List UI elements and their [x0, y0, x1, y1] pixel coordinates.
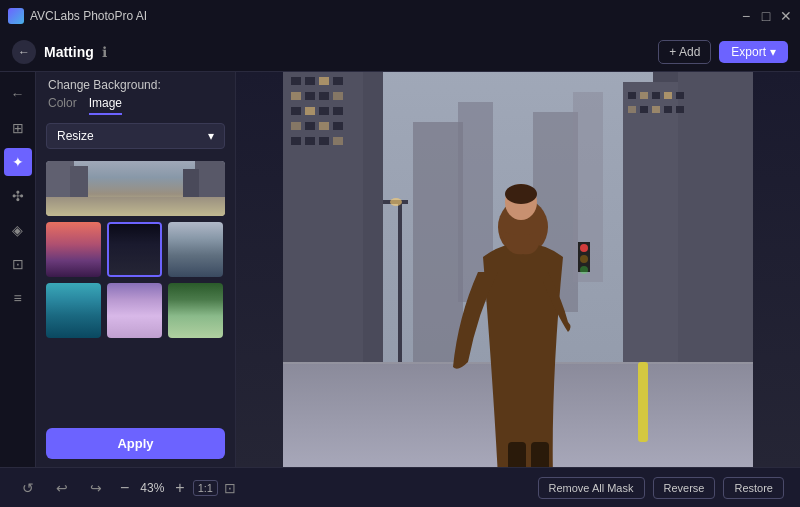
zoom-1to1-button[interactable]: 1:1: [193, 480, 218, 496]
main-content: ← ⊞ ✦ ✣ ◈ ⊡ ≡ Change Background: Color I…: [0, 72, 800, 467]
fit-to-screen-button[interactable]: ⊡: [224, 480, 236, 496]
thumbnail-purple-haze[interactable]: [107, 283, 162, 338]
thumbnail-city-street[interactable]: [46, 161, 225, 216]
thumbnail-grid: [36, 157, 235, 420]
header-bar: ← Matting ℹ + Add Export ▾: [0, 32, 800, 72]
zoom-in-button[interactable]: +: [173, 480, 186, 496]
title-bar: AVCLabs PhotoPro AI − □ ✕: [0, 0, 800, 32]
change-background-label: Change Background:: [36, 72, 235, 96]
icon-sidebar: ← ⊞ ✦ ✣ ◈ ⊡ ≡: [0, 72, 36, 467]
history-icon[interactable]: ↺: [16, 476, 40, 500]
sidebar-sliders-icon[interactable]: ≡: [4, 284, 32, 312]
maximize-button[interactable]: □: [760, 10, 772, 22]
app-icon: [8, 8, 24, 24]
sidebar-brush-icon[interactable]: ✦: [4, 148, 32, 176]
back-button[interactable]: ←: [12, 40, 36, 64]
bottom-toolbar: ↺ ↩ ↪ − 43% + 1:1 ⊡ Remove All Mask Reve…: [0, 467, 800, 507]
zoom-out-button[interactable]: −: [118, 480, 131, 496]
sidebar-eraser-icon[interactable]: ◈: [4, 216, 32, 244]
thumbnail-ocean-teal[interactable]: [46, 283, 101, 338]
info-icon[interactable]: ℹ: [102, 44, 107, 60]
undo-button[interactable]: ↩: [50, 476, 74, 500]
export-button[interactable]: Export ▾: [719, 41, 788, 63]
tab-row: Color Image: [36, 96, 235, 115]
thumbnail-row-2: [46, 222, 225, 277]
zoom-level-display: 43%: [137, 481, 167, 495]
sidebar-back-icon[interactable]: ←: [4, 80, 32, 108]
dropdown-row: Resize ▾: [36, 123, 235, 149]
main-image: [283, 72, 753, 467]
page-title: Matting: [44, 44, 94, 60]
thumbnail-dark-sky[interactable]: [107, 222, 162, 277]
sidebar-layers-icon[interactable]: ⊞: [4, 114, 32, 142]
toolbar-right: Remove All Mask Reverse Restore: [538, 477, 784, 499]
app-title: AVCLabs PhotoPro AI: [30, 9, 147, 23]
redo-button[interactable]: ↪: [84, 476, 108, 500]
resize-dropdown[interactable]: Resize ▾: [46, 123, 225, 149]
reverse-button[interactable]: Reverse: [653, 477, 716, 499]
zoom-controls: − 43% + 1:1 ⊡: [118, 480, 236, 496]
add-button[interactable]: + Add: [658, 40, 711, 64]
left-panel: Change Background: Color Image Resize ▾: [36, 72, 236, 467]
tab-image[interactable]: Image: [89, 96, 122, 115]
thumbnail-green-bokeh[interactable]: [168, 283, 223, 338]
thumbnail-snowy-mountain[interactable]: [168, 222, 223, 277]
tab-color[interactable]: Color: [48, 96, 77, 115]
apply-button[interactable]: Apply: [46, 428, 225, 459]
close-button[interactable]: ✕: [780, 10, 792, 22]
thumbnail-row-1: [46, 161, 225, 216]
main-image-container: [283, 72, 753, 467]
sidebar-wand-icon[interactable]: ✣: [4, 182, 32, 210]
thumbnail-row-3: [46, 283, 225, 338]
restore-button[interactable]: Restore: [723, 477, 784, 499]
toolbar-left: ↺ ↩ ↪ − 43% + 1:1 ⊡: [16, 476, 236, 500]
thumbnail-sunset-mountain[interactable]: [46, 222, 101, 277]
canvas-area[interactable]: [236, 72, 800, 467]
remove-all-mask-button[interactable]: Remove All Mask: [538, 477, 645, 499]
sidebar-stamp-icon[interactable]: ⊡: [4, 250, 32, 278]
minimize-button[interactable]: −: [740, 10, 752, 22]
